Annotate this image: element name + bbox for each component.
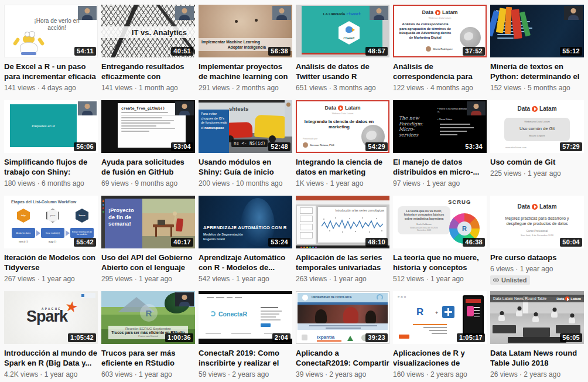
video-title[interactable]: Usando módulos en Shiny: Guía de inicio … bbox=[199, 157, 292, 177]
video-thumbnail[interactable]: ConectaR 2:04 bbox=[199, 291, 292, 344]
text-line-bar bbox=[121, 120, 174, 121]
video-card: create_from_github() 53:04 Ayuda para so… bbox=[101, 100, 195, 196]
video-title[interactable]: Ayuda para solicitudes de fusión en GitH… bbox=[101, 157, 195, 177]
video-thumbnail[interactable]: Introducción a las series cronológicas O… bbox=[296, 196, 389, 248]
slide-thumb bbox=[300, 207, 313, 214]
video-title[interactable]: Análisis de correspondencia para agrupac… bbox=[393, 62, 487, 81]
video-meta: 97 views · 1 year ago bbox=[393, 179, 487, 187]
video-thumbnail[interactable]: Entonces... 55:12 bbox=[490, 5, 584, 57]
bird-beak-icon bbox=[352, 28, 355, 32]
orange-button bbox=[399, 335, 409, 339]
video-title[interactable]: Pre curso dataops bbox=[490, 253, 584, 262]
data-latam-logo: Data Latam bbox=[393, 9, 487, 15]
video-thumbnail[interactable]: APRENDIZAJE AUTOMÁTICO CON R Modelos de … bbox=[199, 196, 292, 248]
video-title[interactable]: Aprendizaje Automático con R - Modelos d… bbox=[199, 253, 292, 272]
thumb-caption: ¡Hora de verlo en acción! bbox=[28, 18, 86, 32]
webcam-overlay-icon bbox=[285, 100, 292, 137]
logo-text: Latam bbox=[539, 105, 556, 112]
thumb-subtitle: Modelos de Segmentación bbox=[203, 233, 243, 236]
video-title[interactable]: Iteración de Modelos con Tidyverse bbox=[4, 253, 98, 272]
workflow-step: Iterar modelo(s) bbox=[41, 228, 64, 238]
thumb-text: namespace bbox=[204, 125, 224, 129]
video-title[interactable]: Uso del API del Gobierno Abierto con el … bbox=[101, 253, 195, 272]
video-thumbnail[interactable]: The new Paradigm: Micro- services • Ther… bbox=[393, 100, 487, 153]
video-meta: 225 views · 1 year ago bbox=[490, 169, 584, 178]
video-thumbnail[interactable]: APACHE Spark ★ 1:05:42 bbox=[4, 291, 98, 344]
duration-badge: 53:34 bbox=[463, 142, 485, 151]
broom-hex-icon: broom bbox=[76, 209, 88, 223]
text-line-bar bbox=[440, 124, 470, 125]
text-line-bar bbox=[121, 131, 149, 132]
video-title[interactable]: Trucos para ser más eficiente en RStudio bbox=[101, 348, 195, 368]
star-icon: ★ bbox=[64, 297, 80, 316]
video-title[interactable]: Aplicación de las series temporales univ… bbox=[296, 253, 389, 272]
video-title[interactable]: Análisis de datos de Twitter usando R bbox=[296, 62, 389, 81]
video-meta: 651 views · 3 months ago bbox=[296, 84, 389, 92]
video-thumbnail[interactable]: R Reunión SCRUG Septiembre Trucos para s… bbox=[101, 291, 195, 344]
phone-banner bbox=[466, 299, 481, 303]
video-title[interactable]: De Excel a R - un paso para incrementar … bbox=[4, 62, 98, 81]
video-title[interactable]: Minería de textos en Python: determinand… bbox=[490, 62, 584, 81]
thumb-heading: Introducción a las series cronológicas bbox=[318, 209, 384, 212]
video-title[interactable]: Entregando resultados eficazmente con RS… bbox=[101, 62, 195, 81]
video-thumbnail[interactable]: ¡Hora de verlo en acción! 54:11 bbox=[4, 5, 98, 57]
video-card: Etapas del List-Column Workflow tidyr pu… bbox=[4, 196, 98, 291]
slide-background: Introducción a las series cronológicas O… bbox=[318, 207, 387, 243]
slide-panel bbox=[297, 206, 316, 244]
thumb-text: shtests bbox=[229, 105, 248, 112]
thumb-banner: Data Latam News Round Table Data Latam bbox=[490, 295, 584, 302]
video-thumbnail[interactable]: shtests Para evitar choques de ID's de f… bbox=[199, 100, 292, 153]
duration-badge: 48:57 bbox=[365, 47, 388, 56]
video-thumbnail[interactable]: Implementar Machine Learning Adoptar Int… bbox=[199, 5, 292, 57]
duration-badge: 1:00:36 bbox=[165, 333, 193, 342]
bullet-text: • Three Rules: bbox=[437, 118, 481, 121]
video-thumbnail[interactable]: LA LIBRERÍA rtweet rtweet 48:57 bbox=[296, 5, 389, 57]
video-title[interactable]: Introducción al mundo de Spark en R (Big… bbox=[4, 348, 98, 368]
video-thumbnail[interactable]: IT vs. Analytics 40:51 bbox=[101, 5, 195, 57]
video-thumbnail[interactable]: UNIVERSIDAD DE COSTA RICA ixpantia 39:23 bbox=[296, 291, 389, 344]
person-figure bbox=[343, 307, 358, 323]
webcam-overlay-icon bbox=[78, 6, 97, 20]
text-line-bar bbox=[206, 333, 221, 334]
rtweet-hex-logo: rtweet bbox=[339, 21, 360, 45]
video-thumbnail[interactable]: Paquetes en R 56:06 bbox=[4, 100, 98, 153]
video-thumbnail[interactable]: Etapas del List-Column Workflow tidyr pu… bbox=[4, 196, 98, 248]
video-title[interactable]: Implementar proyectos de machine learnin… bbox=[199, 62, 292, 81]
video-title[interactable]: Uso común de Git bbox=[490, 157, 584, 167]
video-title[interactable]: ConectaR 2019: Como inscribirte y realiz… bbox=[199, 348, 292, 368]
text-line-bar bbox=[440, 134, 457, 135]
video-title[interactable]: Simplificando flujos de trabajo con Shin… bbox=[4, 157, 98, 177]
video-title[interactable]: Aplicaciones de R y visualizaciones de T… bbox=[393, 348, 487, 368]
conectar-swirl-icon bbox=[377, 294, 383, 301]
video-card: ¡Proyecto de fin de semana! 40:17 Uso de… bbox=[101, 196, 195, 291]
video-title[interactable]: Aplicando a ConectaR2019: Compartir la e… bbox=[296, 348, 389, 368]
thumb-subtitle: Webinars Data Latam bbox=[393, 16, 487, 19]
video-thumbnail[interactable]: ¡Proyecto de fin de semana! 40:17 bbox=[101, 196, 195, 248]
video-thumbnail[interactable]: SCRUG La teoría que no va morir, histori… bbox=[393, 196, 487, 248]
video-title[interactable]: La teoria que no muere, historia y conce… bbox=[393, 253, 487, 272]
video-thumbnail[interactable]: Data Latam News Round Table Data Latam 5… bbox=[490, 291, 584, 344]
video-thumbnail[interactable]: Data Latam Webinario Data Latam Uso comú… bbox=[490, 100, 584, 153]
video-title[interactable]: El manejo de datos distribuidos en micro… bbox=[393, 157, 487, 177]
photo-band bbox=[298, 305, 388, 323]
apache-spark-logo: APACHE Spark ★ bbox=[26, 309, 67, 325]
logo-text: Latam bbox=[345, 105, 361, 111]
university-name: UNIVERSIDAD DE COSTA RICA bbox=[312, 296, 352, 299]
thumb-text-line: Implementar Machine Learning bbox=[201, 39, 289, 45]
video-meta: 603 views · 1 year ago bbox=[101, 370, 195, 378]
thumb-body-text: Integrando la ciencia de datos en market… bbox=[304, 119, 374, 129]
red-chair bbox=[176, 218, 183, 231]
thumb-banner: IT vs. Analytics bbox=[101, 26, 195, 38]
video-title[interactable]: Integrando la ciencia de datos en market… bbox=[296, 157, 389, 177]
logo-text: Data bbox=[556, 297, 564, 301]
homer-cartoon bbox=[37, 37, 45, 46]
video-thumbnail[interactable]: Data Latam Webinars Data Latam Análisis … bbox=[393, 5, 487, 57]
video-thumbnail[interactable]: create_from_github() 53:04 bbox=[101, 100, 195, 153]
dock-icon bbox=[102, 211, 104, 213]
person-figure bbox=[365, 311, 376, 323]
video-title[interactable]: Data Latam News round Table Julio 2018 bbox=[490, 348, 584, 368]
video-thumbnail[interactable]: Data Latam Mejores prácticas para desarr… bbox=[490, 196, 584, 248]
duration-badge: 2:04 bbox=[272, 333, 290, 342]
video-thumbnail[interactable]: Data Latam Webinar Data Latam Integrando… bbox=[296, 100, 389, 153]
video-thumbnail[interactable]: eau R + 1:05:17 bbox=[393, 291, 487, 344]
